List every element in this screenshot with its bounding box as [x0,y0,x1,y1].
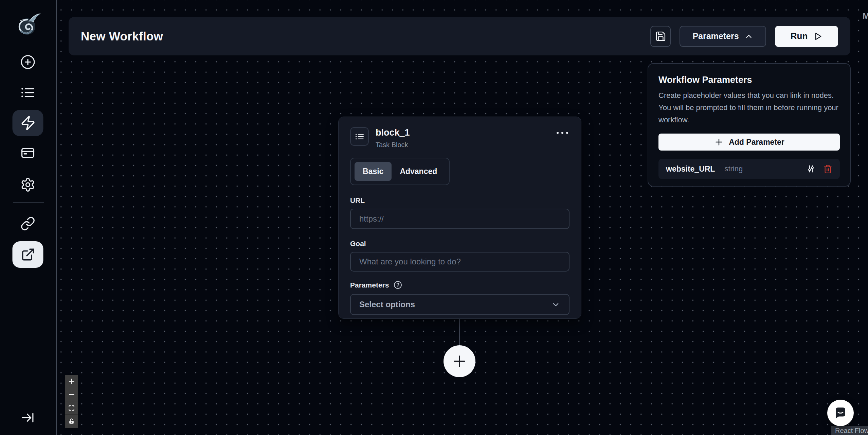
goal-input[interactable] [350,252,569,272]
lock-icon [68,418,75,424]
edge-connector [459,319,460,346]
chat-smile-icon [833,406,848,420]
panel-title: Workflow Parameters [658,75,840,85]
sidebar-item-runs[interactable] [20,85,36,100]
goal-label: Goal [350,240,569,248]
canvas-controls [65,375,78,428]
sidebar-item-integrations[interactable] [20,216,35,231]
chevron-down-icon [551,300,560,309]
sidebar-divider [13,202,44,203]
edit-parameter-sliders-icon[interactable] [806,164,816,174]
browser-card-icon [20,145,35,160]
parameters-select[interactable]: Select options [350,294,569,315]
sidebar-item-workflows[interactable] [13,110,43,136]
add-block-button[interactable] [444,345,475,377]
plus-circle-icon [20,54,36,70]
zoom-out-button[interactable] [65,388,78,401]
parameters-toggle-button[interactable]: Parameters [680,26,766,47]
sidebar-item-browsers[interactable] [20,145,35,160]
lightning-icon [20,115,36,131]
parameters-button-label: Parameters [692,31,739,41]
sidebar-item-settings[interactable] [20,177,36,192]
panel-description: Create placeholder values that you can l… [658,89,840,126]
parameter-row: website_URL string [658,159,840,179]
sidebar-item-create[interactable] [20,54,36,70]
block-type-label: Task Block [376,141,410,149]
plus-icon [714,137,724,147]
play-icon [813,32,822,41]
list-icon [20,85,36,100]
block-name: block_1 [376,127,410,138]
delete-parameter-trash-icon[interactable] [823,164,832,174]
run-button-label: Run [791,31,808,41]
sidebar-expand-button[interactable] [21,411,35,425]
zoom-in-button[interactable] [65,375,78,388]
parameter-key: website_URL [666,164,715,174]
lock-interactivity-button[interactable] [65,415,78,428]
tab-basic[interactable]: Basic [355,162,392,181]
parameters-label: Parameters [350,281,389,289]
block-type-icon-box [350,127,369,146]
add-parameter-label: Add Parameter [729,138,784,147]
chevron-up-icon [744,32,753,41]
block-menu-button[interactable] [555,130,569,135]
block-title-group: block_1 Task Block [376,127,410,149]
workflow-editor: { "header": { "title": "New Workflow", "… [0,0,868,435]
url-input[interactable] [350,209,569,229]
parameters-label-row: Parameters [350,281,569,289]
arrow-right-to-bar-icon [21,411,35,425]
sidebar-item-external[interactable] [13,241,43,268]
add-parameter-button[interactable]: Add Parameter [658,134,840,151]
run-button[interactable]: Run [775,26,838,47]
gear-icon [20,177,36,192]
clipped-edge-text: M [863,11,868,21]
task-list-icon [354,131,365,142]
fit-view-button[interactable] [65,401,78,415]
save-icon [655,31,666,42]
tab-advanced[interactable]: Advanced [392,162,445,181]
workflow-header: New Workflow Parameters Run [69,17,850,55]
sidebar [0,0,57,435]
workflow-parameters-panel: Workflow Parameters Create placeholder v… [648,63,851,187]
support-chat-button[interactable] [827,400,854,426]
plus-icon [68,378,75,385]
ellipsis-icon [555,130,569,135]
block-mode-tabs: Basic Advanced [350,158,450,185]
task-block-node[interactable]: block_1 Task Block Basic Advanced URL Go… [338,117,581,319]
help-circle-icon[interactable] [394,281,402,289]
link-icon [20,216,35,231]
url-label: URL [350,196,569,205]
fit-view-icon [68,405,75,411]
minus-icon [68,391,75,398]
plus-icon [451,353,468,369]
react-flow-attribution[interactable]: React Flow [831,426,868,435]
page-title: New Workflow [81,30,163,43]
external-link-icon [21,247,35,262]
app-logo-dragon-icon [12,9,43,40]
save-button[interactable] [650,26,671,47]
select-placeholder: Select options [359,300,415,309]
parameter-type: string [724,164,743,173]
